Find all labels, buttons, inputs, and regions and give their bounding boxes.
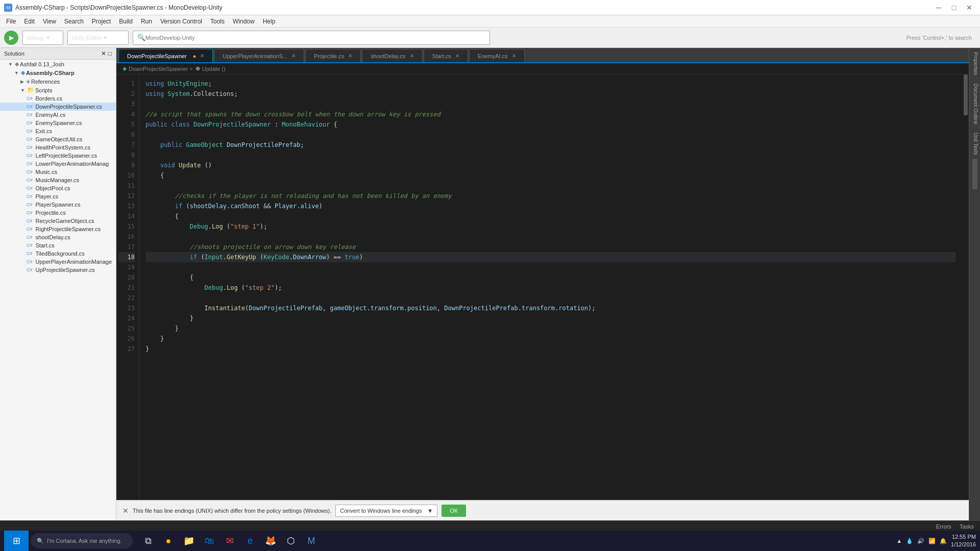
editor-chevron-icon: ▼ xyxy=(103,35,108,40)
network-icon[interactable]: 📶 xyxy=(928,538,936,544)
menu-project[interactable]: Project xyxy=(88,17,115,26)
tasks-tab[interactable]: Tasks xyxy=(960,523,974,530)
right-tab-unit-tests[interactable]: Unit Tests xyxy=(969,129,980,159)
sidebar-close-icon[interactable]: ✕ □ xyxy=(101,50,112,57)
global-search-input[interactable] xyxy=(145,35,485,41)
close-button[interactable]: ✕ xyxy=(963,3,976,13)
show-hidden-icon[interactable]: ▲ xyxy=(896,538,902,544)
maximize-button[interactable]: □ xyxy=(947,3,961,13)
tree-item-projectile[interactable]: C# Projectile.cs xyxy=(0,209,116,217)
tree-item-leftprojectilespawner[interactable]: C# LeftProjectileSpawner.cs xyxy=(0,152,116,160)
file-label: Start.cs xyxy=(36,242,55,248)
tree-item-scripts[interactable]: ▼ 📁 Scripts xyxy=(0,86,116,94)
tab-shootdelay[interactable]: shootDelay.cs ✕ xyxy=(362,49,422,62)
cortana-search[interactable]: 🔍 I'm Cortana. Ask me anything. xyxy=(31,533,133,548)
tree-item-enemyai[interactable]: C# EnemyAI.cs xyxy=(0,111,116,119)
tree-item-lowerplayeranimation[interactable]: C# LowerPlayerAnimationManag xyxy=(0,160,116,168)
chrome-icon[interactable]: ● xyxy=(159,532,178,550)
tree-item-start[interactable]: C# Start.cs xyxy=(0,241,116,249)
breadcrumb: ◈ DownProjectileSpawner ▸ ⊕ Update () xyxy=(116,63,969,74)
tree-item-objectpool[interactable]: C# ObjectPool.cs xyxy=(0,184,116,192)
dropbox-icon[interactable]: 💧 xyxy=(906,538,913,544)
cs-icon: C# xyxy=(27,96,33,101)
sidebar-tree: ▼ ◆ Ashfall 0.13_Josh ▼ ◆ Assembly-CShar… xyxy=(0,60,116,520)
notification-close-icon[interactable]: ✕ xyxy=(122,507,129,515)
tab-dirty-icon: ● xyxy=(193,53,197,59)
tab-close-icon[interactable]: ✕ xyxy=(348,53,352,59)
tree-item-recyclegameobject[interactable]: C# RecycleGameObject.cs xyxy=(0,217,116,225)
notification-ok-button[interactable]: OK xyxy=(442,505,466,517)
tree-item-musicmanager[interactable]: C# MusicManager.cs xyxy=(0,176,116,184)
mail-icon[interactable]: ✉ xyxy=(220,532,239,550)
right-tab-document-outline[interactable]: Document Outline xyxy=(969,80,980,129)
tree-item-healthpointsystem[interactable]: C# HealthPointSystem.cs xyxy=(0,143,116,152)
menu-tools[interactable]: Tools xyxy=(206,17,229,26)
tree-item-shootdelay[interactable]: C# shootDelay.cs xyxy=(0,233,116,241)
speaker-icon[interactable]: 🔊 xyxy=(917,538,924,544)
cs-icon: C# xyxy=(27,153,33,158)
edge-icon[interactable]: e xyxy=(241,532,259,550)
file-label: Exit.cs xyxy=(36,128,52,134)
right-tab-properties[interactable]: Properties xyxy=(969,48,980,80)
tab-close-icon[interactable]: ✕ xyxy=(455,53,459,59)
tree-item-music[interactable]: C# Music.cs xyxy=(0,168,116,176)
tab-enemyai[interactable]: EnemyAI.cs ✕ xyxy=(469,49,525,62)
store-icon[interactable]: 🛍 xyxy=(200,532,218,550)
tree-item-player[interactable]: C# Player.cs xyxy=(0,192,116,201)
tree-item-borders[interactable]: C# Borders.cs xyxy=(0,94,116,103)
tab-close-icon[interactable]: ✕ xyxy=(410,53,414,59)
file-label: UpperPlayerAnimationManage xyxy=(36,259,112,265)
menu-file[interactable]: File xyxy=(2,17,20,26)
scrollbar[interactable] xyxy=(962,74,969,500)
tab-downprojectilespawner[interactable]: DownProjectileSpawner ● ✕ xyxy=(118,49,213,62)
menu-edit[interactable]: Edit xyxy=(20,17,39,26)
code-editor[interactable]: using UnityEngine; using System.Collecti… xyxy=(139,74,962,500)
menu-search[interactable]: Search xyxy=(60,17,88,26)
tab-projectile[interactable]: Projectile.cs ✕ xyxy=(305,49,361,62)
firefox-icon[interactable]: 🦊 xyxy=(261,532,280,550)
tab-close-icon[interactable]: ✕ xyxy=(200,53,204,59)
editor-label: Unity Editor xyxy=(72,35,101,41)
tree-item-exit[interactable]: C# Exit.cs xyxy=(0,127,116,135)
tree-item-solution[interactable]: ▼ ◆ Ashfall 0.13_Josh xyxy=(0,60,116,68)
tab-close-icon[interactable]: ✕ xyxy=(291,53,296,59)
menu-run[interactable]: Run xyxy=(137,17,156,26)
file-label: Music.cs xyxy=(36,169,58,175)
breadcrumb-part2: Update () xyxy=(202,66,226,72)
task-view-icon[interactable]: ⧉ xyxy=(139,532,157,550)
cs-icon: C# xyxy=(27,104,33,109)
debug-dropdown[interactable]: Debug ▼ xyxy=(22,31,63,45)
tree-item-enemyspawner[interactable]: C# EnemySpawner.cs xyxy=(0,119,116,127)
tree-item-upprojectilespawner[interactable]: C# UpProjectileSpawner.cs xyxy=(0,266,116,274)
menu-build[interactable]: Build xyxy=(115,17,137,26)
cortana-label: I'm Cortana. Ask me anything. xyxy=(47,538,121,544)
tree-item-gameobjectutil[interactable]: C# GameObjectUtil.cs xyxy=(0,135,116,143)
menu-help[interactable]: Help xyxy=(259,17,280,26)
tree-item-references[interactable]: ▶ ◈ References xyxy=(0,77,116,86)
notification-dropdown[interactable]: Convert to Windows line endings ▼ xyxy=(335,505,437,517)
play-button[interactable]: ▶ xyxy=(4,31,18,45)
monodevelop-icon[interactable]: M xyxy=(302,532,321,550)
tree-item-playerspawner[interactable]: C# PlayerSpawner.cs xyxy=(0,201,116,209)
menu-view[interactable]: View xyxy=(39,17,60,26)
errors-tab[interactable]: Errors xyxy=(936,523,951,530)
tree-item-rightprojectilespawner[interactable]: C# RightProjectileSpawner.cs xyxy=(0,225,116,233)
file-label: DownProjectileSpawner.cs xyxy=(36,104,102,110)
tab-close-icon[interactable]: ✕ xyxy=(512,53,516,59)
tree-item-upperplayeranimation[interactable]: C# UpperPlayerAnimationManage xyxy=(0,258,116,266)
tree-item-assembly[interactable]: ▼ ◆ Assembly-CSharp xyxy=(0,68,116,77)
tab-upperplayeranimation[interactable]: UpperPlayerAnimationS... ✕ xyxy=(214,49,304,62)
start-button[interactable]: ⊞ xyxy=(4,531,29,551)
notification-icon[interactable]: 🔔 xyxy=(940,538,947,544)
tab-label: Start.cs xyxy=(432,53,451,59)
menu-window[interactable]: Window xyxy=(229,17,259,26)
tab-start[interactable]: Start.cs ✕ xyxy=(424,49,468,62)
unity-icon[interactable]: ⬡ xyxy=(282,532,300,550)
tree-item-tiledbackground[interactable]: C# TiledBackground.cs xyxy=(0,249,116,258)
editor-dropdown[interactable]: Unity Editor ▼ xyxy=(67,31,129,45)
file-explorer-icon[interactable]: 📁 xyxy=(180,532,198,550)
tree-item-downprojectilespawner[interactable]: C# DownProjectileSpawner.cs xyxy=(0,103,116,111)
vertical-scrollbar[interactable] xyxy=(969,159,980,520)
minimize-button[interactable]: ─ xyxy=(932,3,945,13)
menu-version-control[interactable]: Version Control xyxy=(156,17,206,26)
